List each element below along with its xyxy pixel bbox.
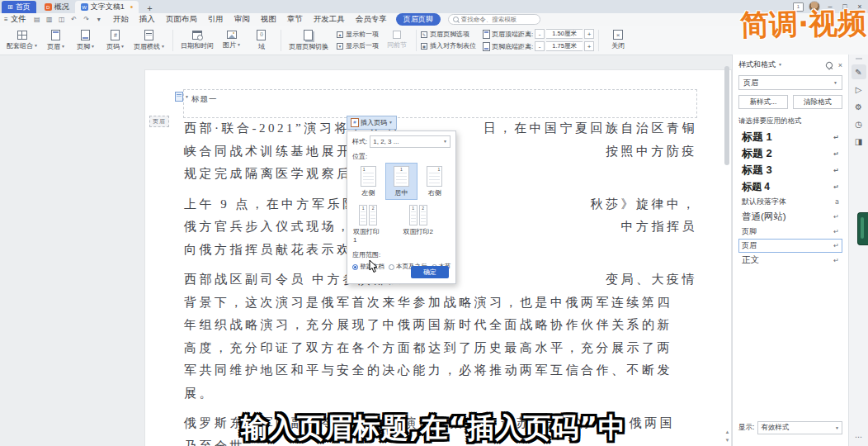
- footer-button[interactable]: 页脚▼: [71, 28, 101, 53]
- document-scrollbar[interactable]: ▲ ▼: [723, 55, 732, 446]
- picture-button[interactable]: 图片▼: [217, 29, 247, 51]
- home-grid-icon: ⊞: [7, 4, 13, 11]
- style-item-heading4[interactable]: 标题 4↵: [738, 178, 842, 195]
- current-style-select[interactable]: 页眉▼: [738, 75, 842, 90]
- footer-distance-minus-button[interactable]: -: [535, 41, 545, 51]
- field-button[interactable]: 域: [247, 28, 276, 53]
- page-number-button[interactable]: 页码▼: [101, 28, 130, 53]
- collapse-handle[interactable]: [856, 58, 862, 59]
- position-right-option[interactable]: 右侧: [419, 163, 451, 200]
- preset-combo-button[interactable]: 配套组合▼: [3, 29, 41, 52]
- duplex-print-1-option[interactable]: 双面打印1: [352, 202, 384, 246]
- tab-document-2-active[interactable]: W 文字文稿1 •: [75, 1, 139, 13]
- history-tool-icon[interactable]: ◷: [851, 116, 866, 131]
- style-item-default-font[interactable]: 默认段落字体a: [738, 195, 842, 209]
- export-tool-icon[interactable]: ◨: [851, 134, 866, 149]
- footer-distance-icon: [483, 42, 490, 51]
- show-previous-button[interactable]: ▲ 显示前一项: [337, 30, 379, 39]
- styles-panel: 样式和格式 ▼ × 页眉▼ 新样式... 清除格式 请选择要应用的格式 标题 1…: [732, 55, 848, 446]
- header-settings-icon[interactable]: ▼: [175, 92, 189, 102]
- menu-references[interactable]: 引用: [208, 14, 224, 25]
- text-line: 高度，充分印证了双方在各个方面都达到了历史最高水平，充分展示了两: [184, 337, 697, 360]
- scroll-down-icon[interactable]: ▼: [725, 438, 730, 443]
- command-search[interactable]: [448, 14, 540, 25]
- dropdown-caret-icon: ▼: [389, 121, 393, 125]
- file-menu-label: 文件: [11, 14, 26, 25]
- style-item-heading1[interactable]: 标题 1↵: [738, 129, 842, 145]
- style-item-heading2[interactable]: 标题 2↵: [738, 145, 842, 162]
- header-footer-options-button[interactable]: ✎ 页眉页脚选项: [421, 30, 476, 39]
- styles-tool-icon[interactable]: ✎: [851, 64, 866, 79]
- panel-close-icon[interactable]: ×: [838, 61, 842, 69]
- insert-page-number-trigger[interactable]: 插入页码 ▼: [347, 116, 397, 130]
- text-line: 军共同维护地区和平与安全的决心能力，必将推动两军互信合作、不断发: [184, 359, 697, 382]
- clear-format-button[interactable]: 清除格式: [793, 95, 842, 109]
- menu-review[interactable]: 审阅: [234, 14, 250, 25]
- insert-page-number-label: 插入页码: [361, 118, 387, 127]
- preset-combo-icon: [17, 31, 27, 40]
- page-thumbnail-icon: [427, 166, 442, 187]
- calendar-clock-icon: [192, 31, 202, 40]
- insert-alignment-tab-button[interactable]: ◉ 插入对齐制表位: [421, 41, 476, 50]
- tab-document-1[interactable]: D 概况: [39, 1, 75, 13]
- style-item-heading3[interactable]: 标题 3↵: [738, 162, 842, 178]
- search-input[interactable]: [461, 16, 535, 23]
- close-x-icon: ×: [613, 30, 623, 40]
- menu-dev-tools[interactable]: 开发工具: [314, 14, 345, 25]
- scroll-up-icon[interactable]: ▲: [725, 429, 730, 434]
- dropdown-caret-icon[interactable]: ▼: [778, 63, 782, 67]
- file-menu[interactable]: ≡ 文件: [4, 14, 26, 25]
- header-button[interactable]: 页眉▼: [41, 28, 71, 53]
- properties-tool-icon[interactable]: ⚙: [851, 99, 866, 114]
- footer-distance-plus-button[interactable]: +: [584, 41, 594, 51]
- more-tools-icon[interactable]: ⋯: [849, 433, 868, 441]
- style-item-header-selected[interactable]: 页眉↵: [738, 239, 842, 253]
- save-icon[interactable]: ▤: [33, 16, 41, 23]
- close-header-footer-button[interactable]: × 关闭: [603, 28, 633, 52]
- header-distance-plus-button[interactable]: +: [584, 29, 594, 39]
- paragraph-mark-icon: ↵: [833, 242, 839, 249]
- dropdown-caret-icon: ▼: [443, 140, 447, 144]
- duplex-print-2-option[interactable]: 双面打印2: [385, 202, 451, 246]
- floating-widget[interactable]: [857, 212, 868, 245]
- menu-start[interactable]: 开始: [113, 14, 129, 25]
- menu-insert[interactable]: 插入: [139, 14, 155, 25]
- header-distance-minus-button[interactable]: -: [535, 29, 545, 39]
- toggle-header-footer-button[interactable]: 页眉页脚切换: [285, 28, 332, 53]
- new-tab-button[interactable]: +: [144, 3, 155, 13]
- show-filter-select[interactable]: 有效样式▼: [757, 421, 842, 434]
- field-icon: [257, 30, 266, 40]
- header-rule-button[interactable]: 页眉横线▼: [130, 28, 168, 53]
- menu-view[interactable]: 视图: [261, 14, 276, 25]
- dropdown-caret-icon: ▼: [91, 45, 95, 49]
- menu-member[interactable]: 会员专享: [356, 14, 387, 25]
- style-item-body-text[interactable]: 正文↵: [738, 253, 842, 268]
- header-edit-region[interactable]: [183, 89, 697, 118]
- scrollbar-thumb[interactable]: [724, 66, 729, 165]
- tab-home[interactable]: ⊞ 首页: [2, 1, 36, 13]
- pin-icon[interactable]: [824, 60, 833, 69]
- header-distance-value[interactable]: 1.50厘米: [546, 29, 583, 39]
- redo-icon[interactable]: ↷: [83, 16, 91, 23]
- ok-button[interactable]: 确定: [411, 266, 449, 278]
- undo-icon[interactable]: ↶: [70, 16, 78, 23]
- footer-distance-value[interactable]: 1.75厘米: [546, 41, 583, 51]
- show-next-button[interactable]: ▼ 显示后一项: [337, 41, 379, 50]
- menu-section[interactable]: 章节: [287, 14, 303, 25]
- select-tool-icon[interactable]: ▷: [851, 82, 866, 97]
- position-left-option[interactable]: 左侧: [352, 163, 384, 200]
- number-style-select[interactable]: 1, 2, 3 ...▼: [370, 135, 451, 148]
- style-item-footer[interactable]: 页脚↵: [738, 225, 842, 239]
- document-header-text[interactable]: 标题一: [191, 94, 218, 105]
- style-item-normal-web[interactable]: 普通(网站)↵: [738, 209, 842, 225]
- menu-page-layout[interactable]: 页面布局: [166, 14, 197, 25]
- preview-icon[interactable]: ◫: [58, 16, 66, 23]
- header-footer-context-tab[interactable]: 页眉页脚: [396, 13, 441, 26]
- new-style-button[interactable]: 新样式...: [738, 95, 788, 109]
- more-caret-icon[interactable]: ▾: [95, 16, 103, 23]
- position-center-option-selected[interactable]: 居中: [385, 163, 417, 200]
- print-icon[interactable]: ▥: [45, 16, 54, 23]
- options-icon: ✎: [421, 31, 427, 38]
- header-rule-icon: [144, 30, 153, 40]
- date-time-button[interactable]: 日期和时间: [177, 29, 217, 52]
